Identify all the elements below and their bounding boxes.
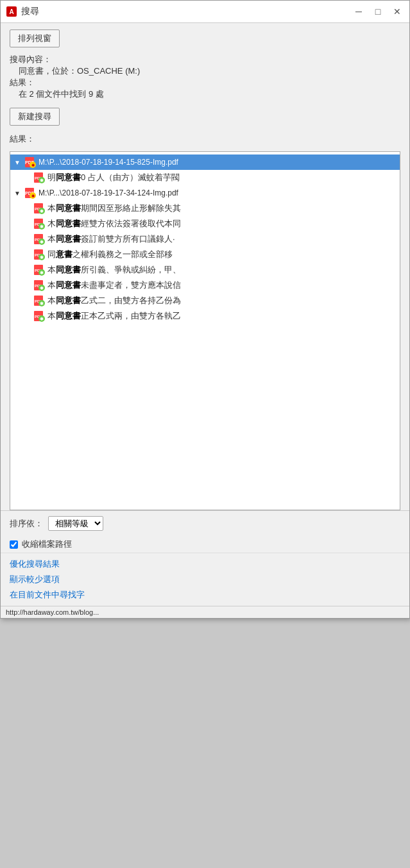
content-value: 同意書，位於：OS_CACHE (M:) — [19, 65, 400, 77]
result-item-2-1[interactable]: PDF ✱ 本同意書期間因至形絡止形解除失其 — [10, 201, 400, 216]
svg-text:✱: ✱ — [40, 255, 44, 260]
result-label: 結果： — [10, 77, 400, 88]
file-group-1: ▼ PDF ✱ M:\P...\2018-07-18-19-14-15-825-… — [10, 154, 400, 185]
main-content: 排列視窗 搜尋內容： 同意書，位於：OS_CACHE (M:) 結果： 在 2 … — [1, 23, 409, 151]
result-text-2-5: 本同意書所引義、爭執或糾紛，甲、 — [47, 264, 181, 276]
window-controls: ─ □ ✕ — [352, 4, 404, 19]
result-text-2-8: 本同意書正本乙式兩，由雙方各執乙 — [47, 310, 181, 322]
result-text-1-1: 明同意書0 占人（由方）滅蚊着芋閥 — [47, 172, 180, 183]
result-item-2-6[interactable]: PDF ✱ 本同意書未盡事定者，雙方應本說信 — [10, 278, 400, 293]
pdf-result-icon-2-6: PDF ✱ — [33, 280, 45, 291]
shrink-path-label[interactable]: 收縮檔案路徑 — [22, 538, 72, 550]
content-label: 搜尋內容： — [10, 54, 400, 65]
result-item-2-8[interactable]: PDF ✱ 本同意書正本乙式兩，由雙方各執乙 — [10, 308, 400, 324]
result-item-2-3[interactable]: PDF ✱ 本同意書簽訂前雙方所有口議錄人· — [10, 231, 400, 247]
pdf-icon-1: PDF ✱ — [24, 156, 36, 168]
pdf-result-icon-2-4: PDF ✱ — [33, 249, 45, 260]
search-info: 搜尋內容： 同意書，位於：OS_CACHE (M:) 結果： 在 2 個文件中找… — [10, 54, 400, 100]
optimize-results-link[interactable]: 優化搜尋結果 — [10, 558, 400, 570]
search-window: A 搜尋 ─ □ ✕ 排列視窗 搜尋內容： 同意書，位於：OS_CACHE (M… — [0, 0, 410, 619]
minimize-button[interactable]: ─ — [352, 4, 366, 19]
sort-select[interactable]: 相關等級 日期 檔案名稱 — [48, 516, 103, 531]
result-text-2-1: 本同意書期間因至形絡止形解除失其 — [47, 203, 181, 214]
svg-text:✱: ✱ — [40, 224, 44, 229]
file-path-1: M:\P...\2018-07-18-19-14-15-825-Img.pdf — [38, 158, 178, 167]
pdf-result-icon-2-3: PDF ✱ — [33, 233, 45, 245]
window-title: 搜尋 — [21, 6, 352, 17]
svg-text:✱: ✱ — [31, 194, 35, 198]
result-item-1-1[interactable]: PDF ✱ 明同意書0 占人（由方）滅蚊着芋閥 — [10, 170, 400, 185]
chevron-icon-2: ▼ — [14, 190, 22, 197]
sort-bar: 排序依： 相關等級 日期 檔案名稱 — [1, 510, 409, 536]
arrange-window-button[interactable]: 排列視窗 — [10, 29, 60, 47]
result-item-2-2[interactable]: PDF ✱ 木同意書經雙方依法簽署後取代本同 — [10, 216, 400, 231]
pdf-result-icon-2-2: PDF ✱ — [33, 218, 45, 230]
result-text-2-6: 本同意書未盡事定者，雙方應本說信 — [47, 280, 181, 291]
svg-text:✱: ✱ — [40, 209, 44, 213]
pdf-icon-2: PDF ✱ — [24, 187, 36, 199]
file-path-2: M:\P...\2018-07-18-19-17-34-124-Img.pdf — [38, 188, 178, 197]
shrink-path-checkbox[interactable] — [10, 540, 18, 549]
file-group-2: ▼ PDF ✱ M:\P...\2018-07-18-19-17-34-124-… — [10, 185, 400, 324]
pdf-result-icon-1-1: PDF ✱ — [33, 172, 45, 183]
result-item-2-4[interactable]: PDF ✱ 同意書之權利義務之一部或全部移 — [10, 247, 400, 262]
results-section-label: 結果： — [10, 133, 400, 145]
file-header-1[interactable]: ▼ PDF ✱ M:\P...\2018-07-18-19-14-15-825-… — [10, 154, 400, 170]
close-button[interactable]: ✕ — [390, 4, 404, 19]
restore-button[interactable]: □ — [371, 4, 385, 19]
checkbox-row: 收縮檔案路徑 — [1, 536, 409, 553]
new-search-button[interactable]: 新建搜尋 — [10, 108, 60, 126]
show-fewer-options-link[interactable]: 顯示較少選項 — [10, 574, 400, 585]
pdf-result-icon-2-8: PDF ✱ — [33, 310, 45, 322]
result-text-2-3: 本同意書簽訂前雙方所有口議錄人· — [47, 233, 175, 245]
pdf-result-icon-2-5: PDF ✱ — [33, 264, 45, 276]
status-bar: http://hardaway.com.tw/blog... — [1, 606, 409, 618]
svg-text:✱: ✱ — [40, 240, 44, 244]
results-container[interactable]: ▼ PDF ✱ M:\P...\2018-07-18-19-14-15-825-… — [10, 151, 400, 510]
links-section: 優化搜尋結果 顯示較少選項 在目前文件中尋找字 — [1, 553, 409, 606]
svg-text:✱: ✱ — [40, 178, 44, 183]
svg-text:A: A — [9, 8, 13, 15]
result-item-2-5[interactable]: PDF ✱ 本同意書所引義、爭執或糾紛，甲、 — [10, 262, 400, 278]
sort-label: 排序依： — [10, 518, 43, 530]
svg-text:✱: ✱ — [31, 163, 35, 167]
svg-text:✱: ✱ — [40, 286, 44, 290]
svg-text:✱: ✱ — [40, 271, 44, 275]
result-text-2-4: 同意書之權利義務之一部或全部移 — [47, 249, 173, 260]
pdf-result-icon-2-1: PDF ✱ — [33, 203, 45, 214]
svg-text:✱: ✱ — [40, 317, 44, 321]
svg-text:✱: ✱ — [40, 301, 44, 306]
status-text: http://hardaway.com.tw/blog... — [6, 608, 99, 616]
result-text-2-7: 本同意書乙式二，由雙方各持乙份為 — [47, 295, 181, 306]
result-value: 在 2 個文件中找到 9 處 — [19, 88, 400, 100]
file-header-2[interactable]: ▼ PDF ✱ M:\P...\2018-07-18-19-17-34-124-… — [10, 185, 400, 201]
chevron-icon-1: ▼ — [14, 159, 22, 166]
find-in-document-link[interactable]: 在目前文件中尋找字 — [10, 589, 400, 601]
app-icon: A — [6, 6, 17, 17]
result-text-2-2: 木同意書經雙方依法簽署後取代本同 — [47, 218, 181, 230]
pdf-result-icon-2-7: PDF ✱ — [33, 295, 45, 306]
title-bar: A 搜尋 ─ □ ✕ — [1, 1, 409, 23]
results-list: ▼ PDF ✱ M:\P...\2018-07-18-19-14-15-825-… — [10, 152, 400, 326]
result-item-2-7[interactable]: PDF ✱ 本同意書乙式二，由雙方各持乙份為 — [10, 293, 400, 308]
